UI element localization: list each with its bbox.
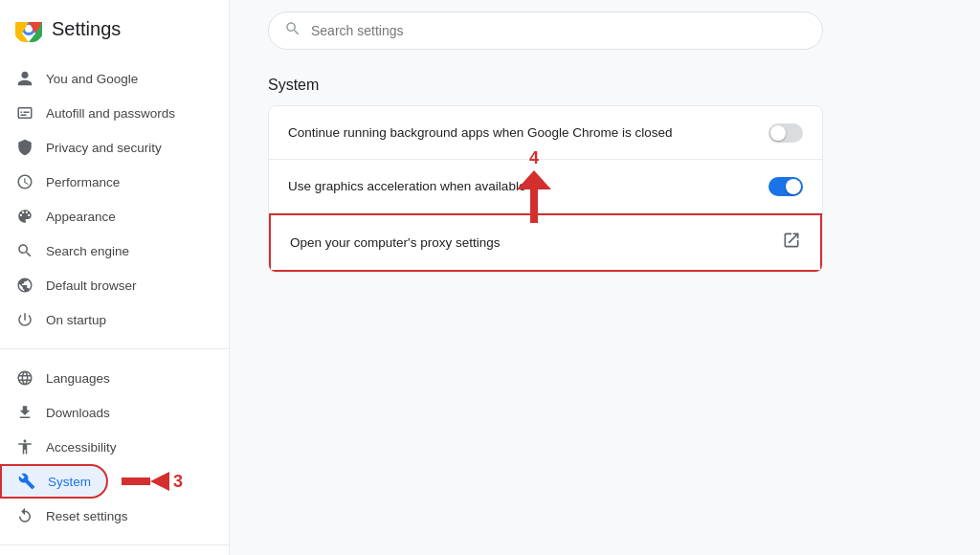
search-input[interactable]	[311, 23, 807, 38]
power-icon	[15, 310, 34, 329]
graphics-acceleration-toggle[interactable]	[768, 177, 803, 196]
sidebar-item-privacy[interactable]: Privacy and security	[0, 130, 221, 165]
sidebar-divider	[0, 348, 229, 349]
search-bar-container	[230, 0, 980, 61]
sidebar-item-label: Accessibility	[46, 440, 117, 455]
sidebar-item-on-startup[interactable]: On startup	[0, 302, 221, 337]
svg-marker-3	[150, 472, 169, 491]
browser-icon	[15, 276, 34, 295]
content-area: System Continue running background apps …	[230, 61, 980, 555]
download-icon	[15, 403, 34, 422]
background-apps-text: Continue running background apps when Go…	[288, 125, 768, 140]
sidebar-divider-2	[0, 544, 229, 545]
step3-annotation: 3	[122, 468, 183, 495]
sidebar-item-label: Downloads	[46, 406, 110, 420]
shield-icon	[15, 138, 34, 157]
globe-icon	[15, 368, 34, 388]
main-content: System Continue running background apps …	[230, 0, 980, 555]
proxy-settings-text: Open your computer's proxy settings	[290, 235, 782, 250]
palette-icon	[15, 207, 34, 226]
sidebar-item-label: Autofill and passwords	[46, 106, 175, 121]
accessibility-icon	[15, 437, 34, 456]
search-icon	[284, 20, 301, 41]
proxy-settings-row[interactable]: Open your computer's proxy settings	[269, 213, 822, 272]
sidebar-item-downloads[interactable]: Downloads	[0, 395, 221, 430]
graphics-acceleration-text: Use graphics acceleration when available	[288, 179, 768, 193]
sidebar-item-label: On startup	[46, 313, 106, 327]
sidebar-item-reset-settings[interactable]: Reset settings	[0, 499, 221, 533]
proxy-row-wrapper: Open your computer's proxy settings 4	[269, 213, 822, 272]
sidebar-main-section: You and Google Autofill and passwords Pr…	[0, 57, 229, 341]
sidebar-item-label: Performance	[46, 175, 120, 189]
background-apps-row: Continue running background apps when Go…	[269, 106, 822, 160]
person-icon	[15, 69, 34, 88]
section-title: System	[268, 77, 942, 94]
sidebar: Settings You and Google Autofill and pas…	[0, 0, 230, 555]
sidebar-item-system[interactable]: System	[0, 464, 108, 499]
sidebar-item-performance[interactable]: Performance	[0, 165, 221, 199]
reset-icon	[15, 506, 34, 525]
sidebar-item-label: Privacy and security	[46, 141, 162, 155]
app-title: Settings	[52, 18, 121, 40]
toggle-knob	[786, 179, 801, 194]
sidebar-item-languages[interactable]: Languages	[0, 361, 221, 395]
sidebar-item-accessibility[interactable]: Accessibility	[0, 430, 221, 464]
wrench-icon	[17, 472, 36, 491]
search-bar[interactable]	[268, 11, 823, 50]
badge-icon	[15, 103, 34, 122]
settings-card: Continue running background apps when Go…	[268, 105, 823, 273]
speed-icon	[15, 172, 34, 191]
sidebar-item-label: Reset settings	[46, 509, 128, 523]
sidebar-item-label: You and Google	[46, 72, 138, 86]
sidebar-item-you-and-google[interactable]: You and Google	[0, 61, 221, 96]
toggle-knob	[770, 125, 786, 141]
chrome-logo-icon	[15, 15, 42, 42]
svg-rect-4	[122, 477, 150, 485]
sidebar-item-appearance[interactable]: Appearance	[0, 199, 221, 233]
search-engine-icon	[15, 241, 34, 260]
sidebar-item-label: Default browser	[46, 278, 137, 293]
external-link-icon[interactable]	[782, 231, 801, 255]
sidebar-item-autofill[interactable]: Autofill and passwords	[0, 96, 221, 130]
sidebar-item-label: System	[48, 475, 91, 489]
step3-label: 3	[173, 472, 183, 492]
sidebar-item-label: Languages	[46, 371, 110, 386]
sidebar-item-default-browser[interactable]: Default browser	[0, 268, 221, 302]
background-apps-toggle[interactable]	[768, 123, 803, 143]
sidebar-item-label: Search engine	[46, 244, 129, 258]
left-arrow-icon	[122, 468, 169, 495]
sidebar-secondary-section: Languages Downloads Accessibility System	[0, 357, 229, 537]
sidebar-header: Settings	[0, 8, 229, 57]
graphics-acceleration-row: Use graphics acceleration when available	[269, 160, 822, 213]
sidebar-item-search-engine[interactable]: Search engine	[0, 233, 221, 268]
sidebar-item-label: Appearance	[46, 210, 116, 224]
